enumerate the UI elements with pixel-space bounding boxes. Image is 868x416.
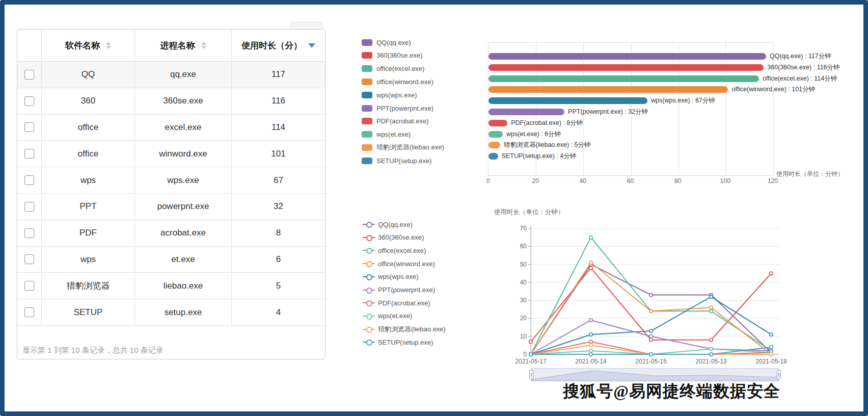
data-point: [589, 261, 592, 264]
legend-label: office(winword.exe): [376, 78, 433, 86]
row-checkbox-cell: [17, 115, 42, 141]
cell-minutes: 101: [232, 141, 325, 167]
cell-software-name: SETUP: [42, 299, 135, 325]
x-tick-label: 0: [477, 177, 499, 185]
data-point: [710, 309, 713, 313]
table-header-row: 软件名称进程名称使用时长（分）: [17, 30, 325, 62]
row-checkbox-cell: [17, 88, 42, 114]
cell-minutes: 117: [232, 62, 325, 88]
bar-3: [489, 86, 728, 93]
row-checkbox[interactable]: [24, 122, 34, 132]
bar-legend-item[interactable]: SETUP(setup.exe): [362, 157, 431, 165]
legend-label: 360(360se.exe): [376, 51, 422, 59]
data-zoom-left-handle[interactable]: [529, 370, 533, 379]
bar-5: [489, 109, 564, 115]
x-tick-label: 120: [762, 177, 784, 185]
x-tick-label: 2021-05-18: [748, 358, 795, 365]
row-checkbox[interactable]: [24, 175, 34, 185]
data-point: [770, 272, 773, 275]
table-row[interactable]: 360360se.exe116: [17, 88, 325, 115]
table-row[interactable]: officeexcel.exe114: [17, 115, 325, 141]
bar-legend-item[interactable]: PPT(powerpnt.exe): [362, 104, 433, 112]
bar-legend-item[interactable]: wps(et.exe): [362, 131, 411, 139]
table-header-software[interactable]: 软件名称: [42, 30, 135, 61]
table-row[interactable]: officewinword.exe101: [17, 141, 325, 167]
legend-label: PPT(powerpnt.exe): [376, 105, 433, 112]
sort-updown-icon[interactable]: [106, 42, 111, 49]
row-checkbox[interactable]: [24, 149, 34, 159]
legend-label: wps(et.exe): [376, 131, 411, 138]
y-tick-label: 10: [510, 333, 527, 340]
cell-process-name: qq.exe: [135, 62, 232, 88]
data-point: [589, 353, 592, 356]
data-zoom-slider[interactable]: [531, 368, 779, 381]
row-checkbox[interactable]: [24, 228, 34, 238]
x-tick-label: 100: [714, 177, 737, 185]
data-point: [710, 347, 713, 350]
bar-legend-item[interactable]: office(excel.exe): [362, 65, 424, 73]
bar-legend-item[interactable]: PDF(acrobat.exe): [362, 117, 429, 125]
legend-label: office(excel.exe): [376, 65, 424, 72]
data-point: [589, 236, 592, 239]
table-row[interactable]: QQqq.exe117: [17, 62, 325, 88]
table-pagination-info: 显示第 1 到第 10 条记录，总共 10 条记录: [22, 346, 164, 355]
bar-value-label: wps(et.exe) : 6分钟: [506, 131, 561, 138]
table-row[interactable]: 猎豹浏览器liebao.exe5: [17, 273, 325, 299]
cell-process-name: winword.exe: [135, 141, 232, 167]
bar-legend-item[interactable]: QQ(qq.exe): [362, 38, 411, 46]
data-zoom-area-shape: [531, 371, 779, 381]
bar-1: [489, 64, 764, 71]
table-row[interactable]: SETUPsetup.exe4: [17, 299, 325, 326]
bar-value-label: SETUP(setup.exe) : 4分钟: [502, 153, 577, 160]
sort-desc-icon[interactable]: [308, 43, 315, 48]
bar-value-label: PPT(powerpnt.exe) : 32分钟: [568, 109, 648, 115]
data-point: [649, 309, 653, 313]
data-point: [710, 306, 713, 309]
legend-label: SETUP(setup.exe): [376, 157, 431, 165]
data-point: [649, 339, 653, 342]
x-tick-label: 2021-05-13: [688, 358, 735, 365]
table-row[interactable]: PPTpowerpnt.exe32: [17, 194, 325, 220]
data-point: [589, 340, 592, 343]
row-checkbox[interactable]: [24, 281, 34, 291]
data-point: [770, 333, 773, 336]
table-header-process[interactable]: 进程名称: [135, 30, 232, 61]
row-checkbox[interactable]: [24, 96, 34, 106]
bar-value-label: 360(360se.exe) : 116分钟: [767, 64, 839, 71]
table-row[interactable]: PDFacrobat.exe8: [17, 220, 325, 247]
bar-value-label: office(excel.exe) : 114分钟: [763, 75, 837, 82]
cell-software-name: wps: [42, 167, 135, 193]
cell-minutes: 8: [232, 220, 325, 246]
legend-swatch: [362, 52, 372, 59]
data-point: [589, 349, 592, 352]
row-checkbox[interactable]: [24, 307, 34, 317]
data-zoom-right-handle[interactable]: [777, 370, 781, 379]
legend-swatch: [362, 158, 372, 164]
data-point: [710, 295, 713, 298]
sort-down-arrow: [106, 46, 111, 49]
series-line: [531, 297, 771, 354]
column-label: 进程名称: [160, 40, 195, 51]
app-root: 软件名称进程名称使用时长（分） QQqq.exe117360360se.exe1…: [0, 0, 868, 416]
table-header-minutes[interactable]: 使用时长（分）: [232, 30, 325, 61]
x-tick-label: 2021-05-14: [567, 358, 614, 365]
bar-legend-item[interactable]: wps(wps.exe): [362, 91, 417, 99]
sort-updown-icon[interactable]: [201, 42, 206, 49]
table-row[interactable]: wpset.exe6: [17, 247, 325, 273]
cell-process-name: 360se.exe: [135, 88, 232, 114]
bar-legend-item[interactable]: 360(360se.exe): [362, 51, 422, 60]
cell-software-name: 猎豹浏览器: [42, 273, 135, 299]
software-usage-table-card: 软件名称进程名称使用时长（分） QQqq.exe117360360se.exe1…: [17, 29, 326, 359]
row-checkbox[interactable]: [24, 254, 34, 264]
bar-legend-item[interactable]: 猎豹浏览器(liebao.exe): [362, 143, 444, 151]
cell-process-name: excel.exe: [135, 115, 232, 141]
legend-swatch: [362, 131, 372, 138]
row-checkbox[interactable]: [24, 202, 34, 212]
row-checkbox[interactable]: [24, 70, 34, 80]
data-point: [770, 353, 773, 356]
table-row[interactable]: wpswps.exe67: [17, 167, 325, 194]
gridline: [726, 43, 726, 175]
bar-legend-item[interactable]: office(winword.exe): [362, 77, 433, 86]
data-point: [710, 353, 713, 356]
row-checkbox-cell: [17, 62, 42, 88]
